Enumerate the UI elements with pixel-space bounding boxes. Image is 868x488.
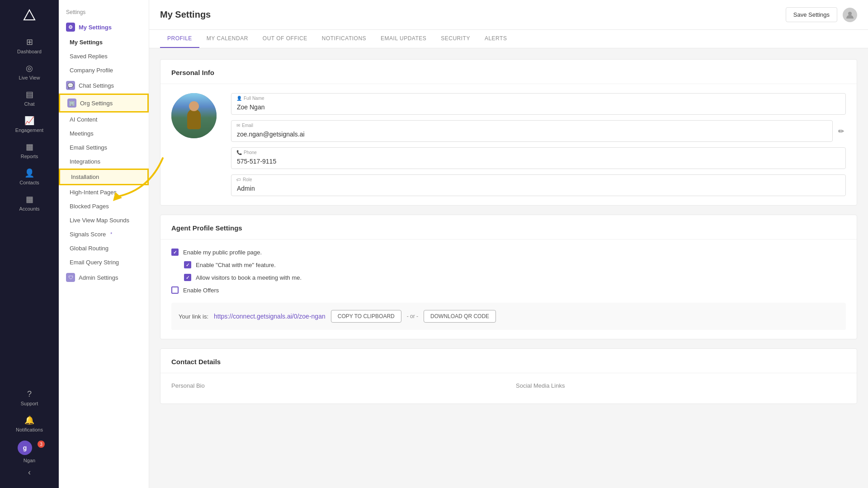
sidebar-item-notifications[interactable]: 🔔 Notifications xyxy=(0,411,59,437)
personal-info-section: Personal Info xyxy=(160,59,857,206)
header-user-avatar[interactable] xyxy=(843,8,857,22)
public-profile-link[interactable]: https://connect.getsignals.ai/0/zoe-ngan xyxy=(214,313,326,320)
sidebar-item-installation[interactable]: Installation xyxy=(59,169,149,185)
sidebar-section-chat-settings[interactable]: 💬 Chat Settings xyxy=(59,77,149,94)
sidebar-item-high-intent-pages[interactable]: High-Intent Pages xyxy=(59,185,149,199)
allow-visitors-book-checkbox[interactable] xyxy=(184,274,191,281)
admin-settings-icon: 🛡 xyxy=(66,273,75,282)
notifications-icon: 🔔 xyxy=(24,415,34,425)
link-prefix-text: Your link is: xyxy=(179,313,208,320)
social-media-label: Social Media Links xyxy=(516,382,846,389)
sidebar-section-my-settings[interactable]: ⚙ My Settings xyxy=(59,19,149,35)
avatar[interactable]: g xyxy=(18,441,32,455)
user-avatar xyxy=(171,93,217,138)
sidebar-item-reports[interactable]: ▦ Reports xyxy=(0,137,59,164)
page-title: My Settings xyxy=(160,9,211,20)
enable-offers-checkbox[interactable] xyxy=(171,286,179,294)
support-icon: ? xyxy=(27,389,32,399)
tab-profile[interactable]: PROFILE xyxy=(160,30,199,48)
page-header: My Settings Save Settings xyxy=(149,0,868,30)
user-avatar-container[interactable] xyxy=(171,93,217,138)
agent-profile-title: Agent Profile Settings xyxy=(160,215,857,239)
sidebar-item-engagement[interactable]: 📈 Engagement xyxy=(0,111,59,137)
sidebar-item-blocked-pages[interactable]: Blocked Pages xyxy=(59,199,149,213)
sidebar-item-saved-replies[interactable]: Saved Replies xyxy=(59,49,149,63)
accounts-icon: ▦ xyxy=(26,194,33,204)
separator-text: - or - xyxy=(407,313,418,319)
sidebar-item-dashboard[interactable]: ⊞ Dashboard xyxy=(0,33,59,59)
app-logo[interactable] xyxy=(21,7,38,23)
phone-input[interactable] xyxy=(231,147,846,169)
tab-out-of-office[interactable]: OUT OF OFFICE xyxy=(255,30,315,48)
phone-icon: 📞 xyxy=(236,150,242,155)
sidebar-item-ai-content[interactable]: AI Content xyxy=(59,113,149,127)
org-settings-icon: 🏢 xyxy=(67,99,76,108)
header-actions: Save Settings xyxy=(786,7,857,22)
contact-details-section: Contact Details Personal Bio Social Medi… xyxy=(160,348,857,404)
full-name-field: 👤 Full Name xyxy=(231,93,846,115)
sidebar-section-org-settings[interactable]: 🏢 Org Settings xyxy=(59,94,149,113)
svg-point-1 xyxy=(848,12,852,15)
enable-public-profile-row: Enable my public profile page. xyxy=(171,249,846,256)
role-field: 🏷 Role xyxy=(231,174,846,196)
sidebar-item-integrations[interactable]: Integrations xyxy=(59,155,149,169)
allow-visitors-book-row: Allow visitors to book a meeting with me… xyxy=(171,274,846,281)
tab-notifications[interactable]: NOTIFICATIONS xyxy=(315,30,373,48)
my-settings-section-icon: ⚙ xyxy=(66,23,75,32)
allow-visitors-book-label: Allow visitors to book a meeting with me… xyxy=(196,274,302,281)
nav-user-section: g 3 Ngan ‹ xyxy=(14,437,45,481)
sidebar-section-admin-settings[interactable]: 🛡 Admin Settings xyxy=(59,269,149,286)
profile-form: 👤 Full Name ✉ Email ✏ xyxy=(231,93,846,196)
nav-bottom-section: ? Support 🔔 Notifications g 3 Ngan ‹ xyxy=(0,385,59,481)
tab-my-calendar[interactable]: MY CALENDAR xyxy=(199,30,255,48)
contacts-icon: 👤 xyxy=(24,168,34,178)
sidebar-item-support[interactable]: ? Support xyxy=(0,385,59,411)
agent-profile-body: Enable my public profile page. Enable "C… xyxy=(160,239,857,339)
email-row: ✉ Email ✏ xyxy=(231,120,846,142)
live-view-icon: ◎ xyxy=(26,63,33,73)
email-input[interactable] xyxy=(231,120,833,142)
sidebar-item-live-view-map-sounds[interactable]: Live View Map Sounds xyxy=(59,213,149,227)
collapse-nav-button[interactable]: ‹ xyxy=(28,468,31,477)
phone-label: 📞 Phone xyxy=(236,150,257,155)
sidebar-item-company-profile[interactable]: Company Profile xyxy=(59,63,149,77)
tab-alerts[interactable]: ALERTS xyxy=(477,30,514,48)
phone-field: 📞 Phone xyxy=(231,147,846,169)
sidebar-item-live-view[interactable]: ◎ Live View xyxy=(0,59,59,85)
enable-chat-with-me-checkbox[interactable] xyxy=(184,261,191,268)
sidebar-item-accounts[interactable]: ▦ Accounts xyxy=(0,190,59,216)
save-settings-button[interactable]: Save Settings xyxy=(786,7,837,22)
sidebar-item-meetings[interactable]: Meetings xyxy=(59,127,149,141)
email-label: ✉ Email xyxy=(236,123,253,128)
sidebar-item-email-query-string[interactable]: Email Query String xyxy=(59,255,149,269)
sidebar-item-my-settings[interactable]: My Settings xyxy=(59,35,149,49)
avatar-figure xyxy=(187,109,201,129)
enable-chat-with-me-row: Enable "Chat with me" feature. xyxy=(171,261,846,268)
sidebar-item-contacts[interactable]: 👤 Contacts xyxy=(0,164,59,190)
role-icon: 🏷 xyxy=(236,177,241,182)
sidebar-item-email-settings[interactable]: Email Settings xyxy=(59,141,149,155)
tab-security[interactable]: SECURITY xyxy=(434,30,477,48)
personal-info-title: Personal Info xyxy=(160,60,857,84)
avatar-head xyxy=(189,101,199,111)
download-qr-code-button[interactable]: DOWNLOAD QR CODE xyxy=(424,310,496,323)
reports-icon: ▦ xyxy=(26,142,33,152)
personal-bio-label: Personal Bio xyxy=(171,382,501,389)
enable-public-profile-checkbox[interactable] xyxy=(171,249,179,256)
sidebar-header: Settings xyxy=(59,5,149,19)
sidebar-item-global-routing[interactable]: Global Routing xyxy=(59,241,149,255)
role-input[interactable] xyxy=(231,174,846,196)
svg-marker-0 xyxy=(24,10,35,20)
left-navigation: ⊞ Dashboard ◎ Live View ▤ Chat 📈 Engagem… xyxy=(0,0,59,488)
tab-email-updates[interactable]: EMAIL UPDATES xyxy=(373,30,434,48)
notification-badge: 3 xyxy=(38,441,45,448)
chat-icon: ▤ xyxy=(26,89,33,99)
full-name-input[interactable] xyxy=(231,93,846,115)
avatar-background xyxy=(171,93,217,138)
edit-email-button[interactable]: ✏ xyxy=(836,125,846,137)
chat-settings-icon: 💬 xyxy=(66,81,75,90)
sidebar-item-chat[interactable]: ▤ Chat xyxy=(0,85,59,111)
user-name-label: Ngan xyxy=(24,458,35,463)
copy-to-clipboard-button[interactable]: COPY TO CLIPBOARD xyxy=(331,310,401,323)
sidebar-item-signals-score[interactable]: Signals Score* xyxy=(59,227,149,241)
